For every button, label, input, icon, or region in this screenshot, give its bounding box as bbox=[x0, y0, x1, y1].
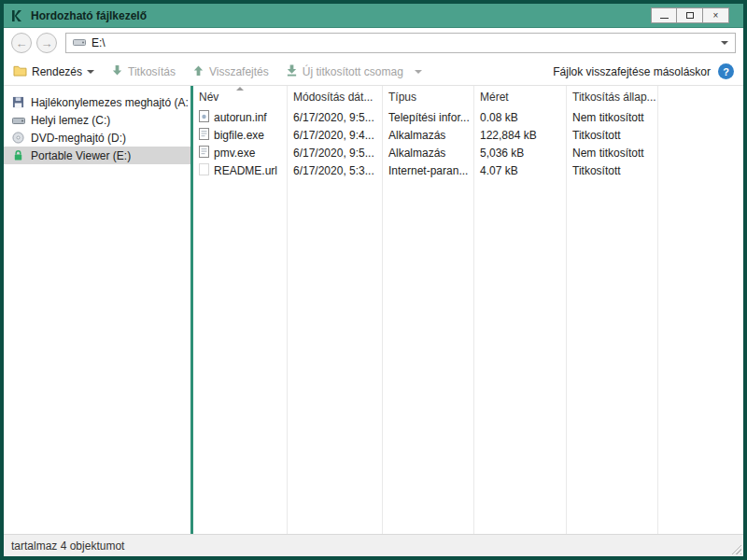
titlebar[interactable]: Hordozható fájlkezelő × bbox=[4, 4, 743, 28]
file-name-cell[interactable]: autorun.inf bbox=[193, 108, 287, 126]
status-text: tartalmaz 4 objektumot bbox=[11, 539, 124, 553]
file-modified-cell[interactable]: 6/17/2020, 9:5... bbox=[288, 108, 382, 126]
drive-tree: Hajlékonylemezes meghajtó (A: Helyi leme… bbox=[4, 86, 190, 534]
close-icon: × bbox=[713, 11, 719, 21]
sidebar-item-label: DVD-meghajtó (D:) bbox=[31, 132, 126, 145]
sort-dropdown-chevron-icon bbox=[87, 70, 94, 74]
file-modified-cell[interactable]: 6/17/2020, 9:5... bbox=[288, 144, 382, 161]
file-size-cell[interactable]: 122,884 kB bbox=[474, 126, 566, 144]
back-arrow-icon: ← bbox=[16, 37, 28, 49]
file-list-empty-area bbox=[658, 86, 743, 534]
column-header-name[interactable]: Név bbox=[193, 86, 287, 108]
sidebar-item-dvd-d[interactable]: DVD-meghajtó (D:) bbox=[4, 129, 190, 147]
resize-grip[interactable] bbox=[730, 543, 741, 554]
new-encrypted-package-label: Új titkosított csomag bbox=[303, 65, 403, 78]
lock-icon bbox=[11, 149, 25, 161]
file-size-cell[interactable]: 5,036 kB bbox=[474, 144, 566, 161]
forward-arrow-icon: → bbox=[41, 37, 53, 49]
decrypt-button-label: Visszafejtés bbox=[209, 65, 269, 78]
column-header-encryption[interactable]: Titkosítás állap... bbox=[567, 86, 657, 108]
file-encryption-cell[interactable]: Titkosított bbox=[567, 161, 657, 179]
file-encryption-cell[interactable]: Nem titkosított bbox=[567, 108, 657, 126]
help-icon[interactable]: ? bbox=[718, 63, 734, 79]
file-encryption-cell[interactable]: Nem titkosított bbox=[567, 144, 657, 161]
file-name-cell[interactable]: README.url bbox=[193, 161, 287, 179]
arrow-down-icon bbox=[111, 64, 123, 79]
dvd-drive-icon bbox=[11, 132, 25, 144]
sidebar-item-label: Portable Viewer (E:) bbox=[31, 149, 131, 162]
file-icon bbox=[199, 128, 209, 143]
file-icon bbox=[199, 163, 209, 178]
address-dropdown-chevron-icon[interactable] bbox=[721, 41, 728, 45]
toolbar: Rendezés Titkosítás Visszafejtés bbox=[4, 58, 743, 86]
floppy-drive-icon bbox=[11, 96, 25, 108]
file-name-cell[interactable]: bigfile.exe bbox=[193, 126, 287, 144]
maximize-icon bbox=[686, 12, 694, 19]
column-header-modified[interactable]: Módosítás dát... bbox=[288, 86, 382, 108]
file-modified-cell[interactable]: 6/17/2020, 5:3... bbox=[288, 161, 382, 179]
decrypt-on-copy-label[interactable]: Fájlok visszafejtése másoláskor bbox=[553, 65, 711, 78]
column-header-size[interactable]: Méret bbox=[474, 86, 566, 108]
file-size-cell[interactable]: 4.07 kB bbox=[474, 161, 566, 179]
hard-drive-icon bbox=[11, 115, 25, 126]
navigation-bar: ← → E:\ bbox=[4, 28, 743, 58]
new-package-dropdown-chevron-icon[interactable] bbox=[415, 70, 422, 74]
column-header-type[interactable]: Típus bbox=[383, 86, 473, 108]
package-arrow-icon bbox=[286, 64, 298, 79]
sidebar-item-local-disk-c[interactable]: Helyi lemez (C:) bbox=[4, 111, 190, 129]
file-modified-cell[interactable]: 6/17/2020, 9:4... bbox=[288, 126, 382, 144]
sidebar-item-label: Hajlékonylemezes meghajtó (A: bbox=[31, 96, 189, 109]
file-size-cell[interactable]: 0.08 kB bbox=[474, 108, 566, 126]
file-icon bbox=[199, 110, 209, 125]
minimize-icon bbox=[660, 18, 669, 19]
file-list: Név autorun.inf bbox=[193, 86, 743, 534]
folder-icon bbox=[13, 64, 27, 79]
encrypt-button[interactable]: Titkosítás bbox=[111, 64, 176, 79]
sort-button-label: Rendezés bbox=[32, 65, 82, 78]
file-type-cell[interactable]: Alkalmazás bbox=[383, 126, 473, 144]
address-bar[interactable]: E:\ bbox=[65, 33, 736, 53]
minimize-button[interactable] bbox=[651, 7, 677, 23]
sidebar-item-portable-viewer-e[interactable]: Portable Viewer (E:) bbox=[4, 147, 190, 164]
sidebar-item-floppy-a[interactable]: Hajlékonylemezes meghajtó (A: bbox=[4, 93, 190, 111]
sort-ascending-icon bbox=[236, 87, 244, 91]
file-type-cell[interactable]: Internet-paran... bbox=[383, 161, 473, 179]
sort-button[interactable]: Rendezés bbox=[13, 64, 94, 79]
address-value: E:\ bbox=[92, 36, 715, 49]
window-controls: × bbox=[651, 7, 729, 23]
close-button[interactable]: × bbox=[703, 7, 729, 23]
status-bar: tartalmaz 4 objektumot bbox=[4, 534, 743, 556]
sidebar-item-label: Helyi lemez (C:) bbox=[31, 114, 110, 127]
file-encryption-cell[interactable]: Titkosított bbox=[567, 126, 657, 144]
decrypt-button[interactable]: Visszafejtés bbox=[192, 64, 269, 79]
encrypt-button-label: Titkosítás bbox=[128, 65, 176, 78]
window-title: Hordozható fájlkezelő bbox=[31, 9, 147, 22]
maximize-button[interactable] bbox=[677, 7, 703, 23]
file-name-cell[interactable]: pmv.exe bbox=[193, 144, 287, 161]
back-button[interactable]: ← bbox=[11, 33, 32, 53]
file-icon bbox=[199, 146, 209, 161]
portable-file-manager-window: Hordozható fájlkezelő × ← → bbox=[0, 0, 747, 560]
file-type-cell[interactable]: Alkalmazás bbox=[383, 144, 473, 161]
file-type-cell[interactable]: Telepítési infor... bbox=[383, 108, 473, 126]
new-encrypted-package-button[interactable]: Új titkosított csomag bbox=[286, 64, 403, 79]
forward-button[interactable]: → bbox=[36, 33, 57, 53]
drive-icon bbox=[73, 36, 86, 50]
content-area: Hajlékonylemezes meghajtó (A: Helyi leme… bbox=[4, 86, 743, 534]
kaspersky-logo-icon bbox=[9, 8, 24, 23]
arrow-up-icon bbox=[192, 64, 204, 79]
